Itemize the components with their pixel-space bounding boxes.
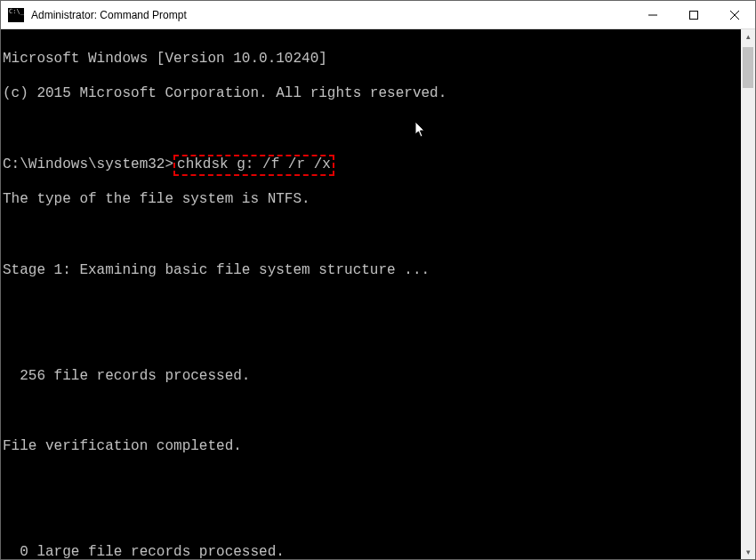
output-line [3,227,739,244]
prompt-text: C:\Windows\system32> [3,156,173,172]
output-line: File verification completed. [3,438,739,456]
svg-rect-1 [690,11,698,19]
cmd-icon [8,8,24,22]
content-row: Microsoft Windows [Version 10.0.10240] (… [1,29,755,559]
maximize-icon [689,11,698,20]
output-line [3,297,739,315]
output-line: 0 large file records processed. [3,544,739,559]
highlighted-command: chkdsk g: /f /r /x [173,155,334,176]
maximize-button[interactable] [673,1,714,29]
scroll-thumb[interactable] [743,47,753,88]
window-title: Administrator: Command Prompt [31,9,632,21]
output-line: Microsoft Windows [Version 10.0.10240] [3,51,739,68]
command-prompt-window: Administrator: Command Prompt Microsoft … [0,0,756,560]
terminal-output[interactable]: Microsoft Windows [Version 10.0.10240] (… [1,29,741,559]
close-button[interactable] [714,1,755,29]
output-line [3,332,739,350]
prompt-line: C:\Windows\system32>chkdsk g: /f /r /x [3,156,739,174]
window-controls [632,1,755,29]
output-line: Stage 1: Examining basic file system str… [3,262,739,280]
output-line [3,508,739,526]
scroll-up-arrow-icon[interactable]: ▴ [741,29,755,44]
vertical-scrollbar[interactable]: ▴ ▾ [741,29,755,559]
minimize-button[interactable] [632,1,673,29]
output-line [3,121,739,139]
titlebar[interactable]: Administrator: Command Prompt [1,1,755,29]
output-line [3,474,739,492]
scroll-down-arrow-icon[interactable]: ▾ [741,545,755,559]
output-line: The type of the file system is NTFS. [3,191,739,209]
output-line: 256 file records processed. [3,368,739,386]
output-line: (c) 2015 Microsoft Corporation. All righ… [3,85,739,103]
output-line [3,403,739,420]
minimize-icon [648,11,657,20]
close-icon [730,11,739,20]
